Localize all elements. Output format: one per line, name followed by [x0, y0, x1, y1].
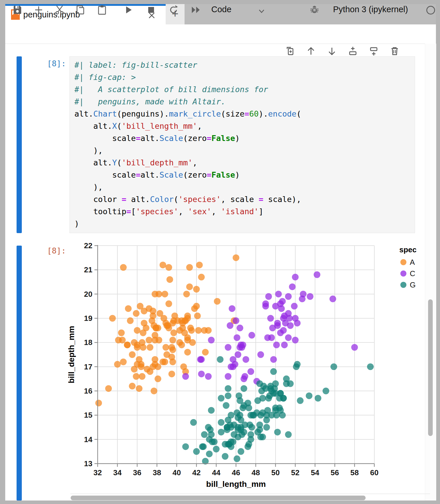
- svg-text:56: 56: [331, 468, 339, 477]
- svg-text:19: 19: [84, 314, 92, 323]
- svg-text:20: 20: [84, 290, 92, 299]
- y-axis-title: bill_depth_mm: [67, 326, 76, 383]
- legend-title: spec: [399, 245, 416, 254]
- svg-text:34: 34: [113, 468, 122, 477]
- code-line[interactable]: #| A scatterplot of bill dimensions for: [74, 83, 415, 96]
- svg-text:18: 18: [84, 338, 92, 347]
- code-line[interactable]: alt.Y('bill_depth_mm',: [74, 157, 415, 169]
- legend-swatch: [400, 259, 407, 265]
- insert-cell-above-icon[interactable]: [347, 45, 359, 57]
- insert-cell-below-icon[interactable]: [368, 45, 380, 57]
- svg-text:14: 14: [84, 435, 92, 444]
- svg-text:48: 48: [252, 468, 260, 477]
- series-G[interactable]: [182, 356, 374, 464]
- svg-text:36: 36: [133, 468, 142, 477]
- svg-text:32: 32: [94, 468, 102, 477]
- debugger-bug-icon[interactable]: [308, 3, 321, 16]
- code-line[interactable]: ): [74, 218, 415, 230]
- svg-text:54: 54: [311, 468, 319, 477]
- code-cell[interactable]: #| label: fig-bill-scatter#| fig-cap: >#…: [69, 56, 415, 233]
- delete-cell-icon[interactable]: [389, 45, 400, 57]
- svg-text:15: 15: [84, 411, 92, 419]
- svg-text:38: 38: [153, 468, 161, 477]
- interrupt-kernel-button[interactable]: [145, 3, 158, 16]
- run-cell-button[interactable]: [122, 3, 135, 16]
- code-line[interactable]: ),: [74, 144, 415, 157]
- svg-text:46: 46: [232, 468, 240, 477]
- svg-text:16: 16: [84, 387, 92, 395]
- code-editor[interactable]: #| label: fig-bill-scatter#| fig-cap: >#…: [70, 57, 415, 230]
- svg-text:40: 40: [173, 468, 181, 477]
- input-prompt: [8]:: [28, 59, 66, 68]
- code-line[interactable]: alt.Chart(penguins).mark_circle(size=60)…: [74, 108, 415, 120]
- vertical-scrollbar-thumb[interactable]: [428, 299, 433, 436]
- code-line[interactable]: scale=alt.Scale(zero=False): [74, 169, 415, 181]
- kernel-name[interactable]: Python 3 (ipykernel): [333, 5, 408, 14]
- svg-text:50: 50: [271, 468, 280, 477]
- svg-text:52: 52: [291, 468, 300, 477]
- notebook-toolbar: [5, 24, 436, 44]
- code-line[interactable]: #| penguins, made with Altair.: [74, 96, 415, 108]
- restart-kernel-button[interactable]: [167, 3, 180, 16]
- scatter-plot: 3234363840424446485052545658601314151617…: [0, 241, 420, 501]
- legend-swatch: [400, 271, 407, 277]
- code-line[interactable]: #| label: fig-bill-scatter: [74, 59, 415, 71]
- legend-label: A: [410, 258, 415, 267]
- chevron-down-icon[interactable]: [255, 5, 268, 17]
- svg-text:42: 42: [192, 468, 201, 477]
- move-cell-up-icon[interactable]: [305, 45, 317, 57]
- horizontal-scrollbar-track[interactable]: [70, 494, 430, 494]
- code-line[interactable]: alt.X('bill_length_mm',: [74, 120, 415, 132]
- tab-title: penguins.ipynb: [23, 10, 80, 19]
- horizontal-scrollbar-thumb[interactable]: [71, 496, 366, 500]
- paste-cells-button[interactable]: [96, 3, 108, 16]
- x-axis-title: bill_length_mm: [206, 480, 266, 489]
- save-button[interactable]: [11, 3, 24, 16]
- cut-cells-button[interactable]: [53, 3, 66, 16]
- copy-cells-button[interactable]: [74, 3, 87, 16]
- svg-text:44: 44: [212, 468, 221, 477]
- legend-swatch: [400, 282, 407, 288]
- kernel-status-icon[interactable]: [424, 4, 437, 17]
- code-line[interactable]: tooltip=['species', 'sex', 'island']: [74, 205, 415, 218]
- svg-text:60: 60: [370, 468, 379, 477]
- svg-text:58: 58: [350, 468, 359, 477]
- legend-label: G: [410, 280, 416, 289]
- code-line[interactable]: color = alt.Color('species', scale = sca…: [74, 193, 415, 205]
- output-chart: 3234363840424446485052545658601314151617…: [0, 241, 420, 501]
- chart-legend: specACG: [399, 245, 416, 289]
- legend-label: C: [410, 269, 415, 278]
- svg-text:21: 21: [84, 265, 92, 274]
- window-border-bottom: [0, 501, 440, 504]
- series-A[interactable]: [95, 254, 239, 406]
- duplicate-cell-icon[interactable]: [284, 45, 296, 57]
- code-line[interactable]: scale=alt.Scale(zero=False): [74, 132, 415, 144]
- input-collapser[interactable]: [17, 56, 22, 233]
- cell-type-dropdown[interactable]: Code: [211, 5, 231, 14]
- restart-run-all-button[interactable]: [190, 3, 203, 16]
- svg-text:13: 13: [84, 459, 92, 468]
- insert-cell-button[interactable]: [32, 3, 45, 16]
- svg-text:22: 22: [84, 241, 92, 250]
- window-border-right: [436, 0, 440, 504]
- move-cell-down-icon[interactable]: [326, 45, 338, 57]
- jupyterlab-window: penguins.ipynb + Code: [0, 0, 440, 504]
- code-line[interactable]: #| fig-cap: >: [74, 71, 415, 83]
- svg-text:17: 17: [84, 362, 92, 371]
- code-line[interactable]: ),: [74, 181, 415, 193]
